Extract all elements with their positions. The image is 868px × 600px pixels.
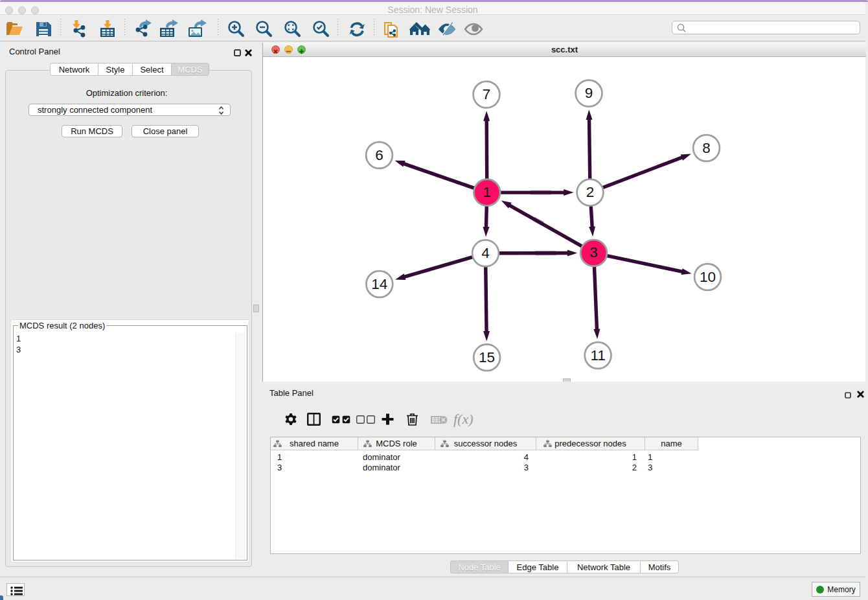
svg-text:10: 10	[700, 269, 716, 285]
svg-text:11: 11	[590, 347, 605, 363]
svg-text:6: 6	[375, 147, 383, 163]
svg-text:8: 8	[702, 140, 711, 156]
svg-text:2: 2	[586, 184, 595, 200]
svg-text:15: 15	[479, 349, 495, 365]
svg-text:9: 9	[585, 85, 593, 101]
svg-text:14: 14	[371, 276, 387, 292]
svg-text:4: 4	[481, 245, 490, 261]
svg-text:3: 3	[589, 244, 598, 260]
svg-text:7: 7	[483, 86, 491, 102]
svg-text:1: 1	[483, 184, 492, 200]
